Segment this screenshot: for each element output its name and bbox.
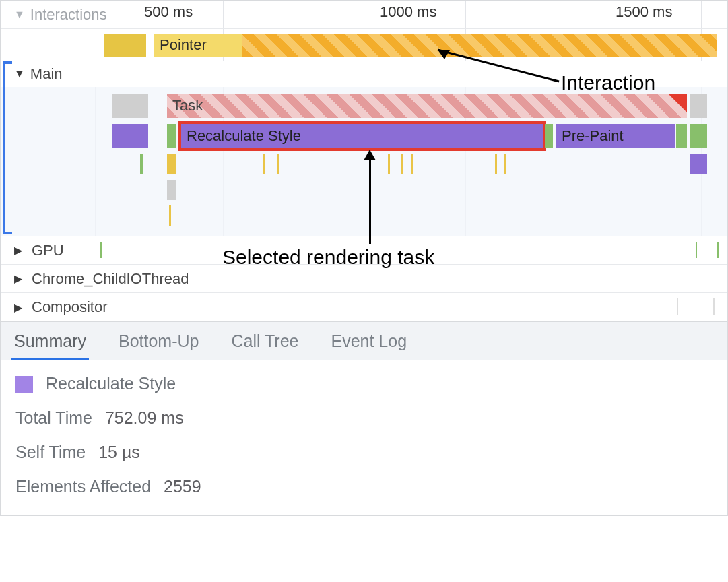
interactions-header[interactable]: ▼ Interactions 500 ms 1000 ms 1500 ms — [1, 1, 727, 29]
tick — [411, 154, 413, 174]
task-label: Recalculate Style — [187, 127, 301, 145]
tick — [277, 154, 279, 174]
task-bar[interactable] — [167, 124, 176, 148]
main-thread-header[interactable]: ▼ Main — [1, 61, 727, 87]
ruler-tick: 1000 ms — [380, 3, 436, 21]
task-bar[interactable] — [112, 94, 148, 118]
tick — [713, 298, 715, 315]
main-label: Main — [30, 65, 63, 83]
tick — [100, 242, 102, 258]
devtools-performance-panel: ▼ Interactions 500 ms 1000 ms 1500 ms Po… — [0, 0, 728, 516]
tick — [690, 154, 707, 174]
summary-title-row: Recalculate Style — [15, 374, 713, 393]
interaction-label: Pointer — [160, 36, 207, 54]
summary-title: Recalculate Style — [46, 374, 176, 393]
interaction-pointer-bar[interactable]: Pointer — [154, 34, 242, 57]
tick — [169, 205, 171, 226]
tick — [495, 154, 497, 174]
tab-summary[interactable]: Summary — [14, 323, 86, 359]
summary-panel: Recalculate Style Total Time 752.09 ms S… — [1, 360, 727, 515]
interactions-track[interactable]: Pointer — [1, 29, 727, 61]
tab-bottom-up[interactable]: Bottom-Up — [119, 323, 199, 359]
childio-label: Chrome_ChildIOThread — [32, 270, 189, 288]
compositor-label: Compositor — [32, 298, 107, 316]
task-bar[interactable] — [112, 124, 148, 148]
interaction-whisker — [104, 34, 146, 57]
recalculate-style-bar[interactable]: Recalculate Style — [181, 124, 543, 148]
tick — [696, 242, 697, 258]
task-label: Pre-Paint — [562, 127, 624, 145]
chevron-right-icon: ▶ — [14, 244, 22, 257]
summary-elements-affected: Elements Affected 2559 — [15, 477, 713, 496]
task-bar[interactable] — [690, 94, 707, 118]
childio-thread-row[interactable]: ▶ Chrome_ChildIOThread — [1, 265, 727, 293]
chevron-right-icon: ▶ — [14, 301, 22, 314]
chevron-down-icon: ▼ — [14, 9, 25, 21]
prepaint-bar[interactable]: Pre-Paint — [556, 124, 675, 148]
selection-bracket — [3, 61, 12, 234]
tick — [388, 154, 390, 174]
tick — [401, 154, 403, 174]
chevron-down-icon: ▼ — [14, 68, 25, 80]
gpu-label: GPU — [32, 242, 64, 259]
task-bar[interactable] — [690, 124, 707, 148]
tick — [167, 154, 176, 174]
total-time-label: Total Time — [15, 408, 92, 428]
self-time-label: Self Time — [15, 443, 86, 462]
ruler-tick: 500 ms — [144, 3, 193, 21]
tick — [677, 298, 678, 315]
interaction-striped-bar[interactable] — [242, 34, 717, 57]
summary-self-time: Self Time 15 µs — [15, 443, 713, 462]
tick — [717, 242, 719, 258]
interactions-label: Interactions — [30, 6, 107, 24]
color-swatch — [15, 376, 33, 393]
ruler-tick: 1500 ms — [616, 3, 672, 21]
tick — [140, 154, 143, 174]
self-time-value: 15 µs — [98, 443, 140, 461]
task-bar-long[interactable]: Task — [167, 94, 687, 118]
tick — [263, 154, 265, 174]
task-bar[interactable] — [676, 124, 687, 148]
task-label: Task — [172, 97, 203, 115]
tick — [504, 154, 506, 174]
summary-total-time: Total Time 752.09 ms — [15, 408, 713, 428]
main-thread-track[interactable]: Task Recalculate Style Pre-Paint — [1, 87, 727, 236]
tab-call-tree[interactable]: Call Tree — [231, 323, 298, 359]
chevron-right-icon: ▶ — [14, 272, 22, 285]
gpu-thread-row[interactable]: ▶ GPU — [1, 236, 727, 265]
elements-label: Elements Affected — [15, 477, 151, 496]
compositor-thread-row[interactable]: ▶ Compositor — [1, 293, 727, 321]
tab-event-log[interactable]: Event Log — [331, 323, 407, 359]
tick — [167, 180, 176, 200]
details-tabs: Summary Bottom-Up Call Tree Event Log — [1, 321, 727, 360]
total-time-value: 752.09 ms — [105, 408, 184, 427]
elements-value: 2559 — [164, 477, 201, 496]
task-bar[interactable] — [545, 124, 553, 148]
